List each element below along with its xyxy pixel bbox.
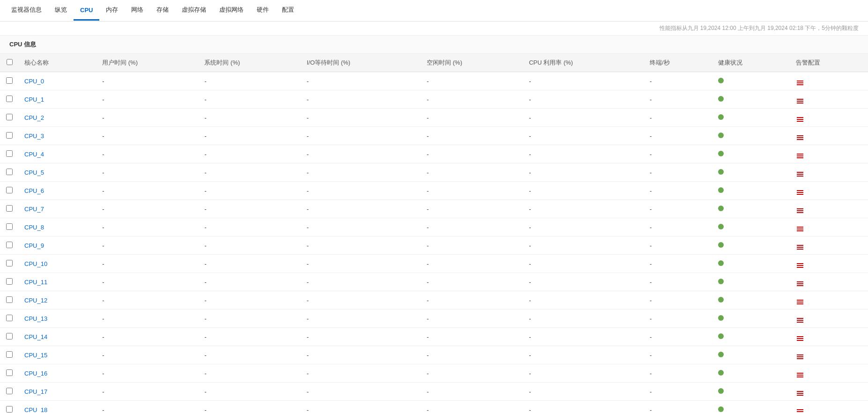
alert-config-button[interactable] bbox=[796, 189, 804, 196]
alert-config-button[interactable] bbox=[796, 207, 804, 214]
cell-idle-time: - bbox=[421, 291, 523, 310]
cell-health bbox=[712, 72, 790, 90]
tab-network[interactable]: 网络 bbox=[125, 0, 150, 21]
row-checkbox[interactable] bbox=[6, 169, 13, 175]
cpu-core-name[interactable]: CPU_1 bbox=[19, 90, 96, 109]
health-dot-icon bbox=[718, 260, 724, 266]
row-checkbox[interactable] bbox=[6, 315, 13, 321]
cpu-core-name[interactable]: CPU_3 bbox=[19, 127, 96, 145]
alert-config-button[interactable] bbox=[796, 116, 804, 123]
alert-config-button[interactable] bbox=[796, 134, 804, 141]
tab-hardware[interactable]: 硬件 bbox=[250, 0, 275, 21]
tab-memory[interactable]: 内存 bbox=[99, 0, 125, 21]
cpu-core-name[interactable]: CPU_18 bbox=[19, 401, 96, 413]
alert-config-button[interactable] bbox=[796, 354, 804, 360]
cpu-core-name[interactable]: CPU_4 bbox=[19, 145, 96, 163]
cell-alert-config bbox=[790, 383, 868, 401]
cpu-core-name[interactable]: CPU_16 bbox=[19, 364, 96, 383]
row-checkbox[interactable] bbox=[6, 369, 13, 376]
tab-virtual-storage[interactable]: 虚拟存储 bbox=[175, 0, 213, 21]
cpu-core-name[interactable]: CPU_12 bbox=[19, 291, 96, 310]
health-dot-icon bbox=[718, 224, 724, 229]
cell-health bbox=[712, 163, 790, 182]
alert-config-button[interactable] bbox=[796, 408, 804, 413]
tab-monitor[interactable]: 监视器信息 bbox=[5, 0, 48, 21]
alert-config-button[interactable] bbox=[796, 372, 804, 378]
cell-alert-config bbox=[790, 163, 868, 182]
table-row: CPU_9------ bbox=[0, 236, 868, 255]
cpu-core-name[interactable]: CPU_6 bbox=[19, 182, 96, 200]
row-checkbox[interactable] bbox=[6, 77, 13, 84]
alert-config-button[interactable] bbox=[796, 335, 804, 342]
cell-system-time: - bbox=[199, 346, 301, 364]
row-checkbox[interactable] bbox=[6, 388, 13, 394]
tab-overview[interactable]: 纵览 bbox=[48, 0, 74, 21]
cpu-core-name[interactable]: CPU_2 bbox=[19, 109, 96, 127]
alert-config-button[interactable] bbox=[796, 80, 804, 86]
alert-config-button[interactable] bbox=[796, 280, 804, 287]
col-io-wait: I/O等待时间 (%) bbox=[301, 54, 421, 72]
row-checkbox[interactable] bbox=[6, 114, 13, 120]
cpu-core-name[interactable]: CPU_14 bbox=[19, 328, 96, 346]
cell-cpu-usage: - bbox=[523, 236, 644, 255]
row-checkbox[interactable] bbox=[6, 242, 13, 248]
tab-config[interactable]: 配置 bbox=[275, 0, 301, 21]
tab-cpu[interactable]: CPU bbox=[74, 1, 99, 21]
cell-terminals: - bbox=[644, 182, 712, 200]
cpu-core-name[interactable]: CPU_13 bbox=[19, 310, 96, 328]
cpu-core-name[interactable]: CPU_10 bbox=[19, 255, 96, 273]
cell-io-wait: - bbox=[301, 383, 421, 401]
row-checkbox[interactable] bbox=[6, 296, 13, 303]
alert-config-button[interactable] bbox=[796, 317, 804, 324]
tab-virtual-network[interactable]: 虚拟网络 bbox=[213, 0, 250, 21]
row-checkbox[interactable] bbox=[6, 132, 13, 139]
cpu-core-name[interactable]: CPU_0 bbox=[19, 72, 96, 90]
cell-user-time: - bbox=[96, 90, 199, 109]
row-checkbox[interactable] bbox=[6, 351, 13, 358]
col-cpu-usage: CPU 利用率 (%) bbox=[523, 54, 644, 72]
cell-user-time: - bbox=[96, 72, 199, 90]
cell-terminals: - bbox=[644, 401, 712, 413]
row-checkbox[interactable] bbox=[6, 278, 13, 285]
alert-config-button[interactable] bbox=[796, 262, 804, 269]
cell-user-time: - bbox=[96, 255, 199, 273]
row-checkbox[interactable] bbox=[6, 205, 13, 212]
row-checkbox[interactable] bbox=[6, 333, 13, 339]
health-dot-icon bbox=[718, 315, 724, 321]
cell-alert-config bbox=[790, 109, 868, 127]
cpu-core-name[interactable]: CPU_8 bbox=[19, 218, 96, 236]
cell-io-wait: - bbox=[301, 236, 421, 255]
col-alert-config: 告警配置 bbox=[790, 54, 868, 72]
row-checkbox-cell bbox=[0, 72, 19, 90]
alert-config-button[interactable] bbox=[796, 153, 804, 159]
row-checkbox[interactable] bbox=[6, 150, 13, 157]
cpu-core-name[interactable]: CPU_11 bbox=[19, 273, 96, 291]
cell-cpu-usage: - bbox=[523, 328, 644, 346]
cell-terminals: - bbox=[644, 200, 712, 218]
cell-idle-time: - bbox=[421, 200, 523, 218]
cpu-core-name[interactable]: CPU_15 bbox=[19, 346, 96, 364]
cpu-core-name[interactable]: CPU_7 bbox=[19, 200, 96, 218]
alert-config-button[interactable] bbox=[796, 390, 804, 397]
col-checkbox bbox=[0, 54, 19, 72]
row-checkbox[interactable] bbox=[6, 187, 13, 193]
row-checkbox[interactable] bbox=[6, 406, 13, 413]
cell-user-time: - bbox=[96, 401, 199, 413]
cpu-core-name[interactable]: CPU_17 bbox=[19, 383, 96, 401]
alert-config-button[interactable] bbox=[796, 244, 804, 251]
row-checkbox[interactable] bbox=[6, 223, 13, 230]
row-checkbox[interactable] bbox=[6, 260, 13, 266]
cpu-core-name[interactable]: CPU_5 bbox=[19, 163, 96, 182]
cell-alert-config bbox=[790, 127, 868, 145]
alert-config-button[interactable] bbox=[796, 98, 804, 104]
row-checkbox-cell bbox=[0, 90, 19, 109]
select-all-checkbox[interactable] bbox=[7, 59, 13, 65]
alert-config-button[interactable] bbox=[796, 171, 804, 177]
alert-config-button[interactable] bbox=[796, 299, 804, 305]
alert-config-button[interactable] bbox=[796, 226, 804, 232]
cell-cpu-usage: - bbox=[523, 109, 644, 127]
tab-storage[interactable]: 存储 bbox=[150, 0, 175, 21]
row-checkbox[interactable] bbox=[6, 96, 13, 102]
cpu-core-name[interactable]: CPU_9 bbox=[19, 236, 96, 255]
cell-health bbox=[712, 383, 790, 401]
